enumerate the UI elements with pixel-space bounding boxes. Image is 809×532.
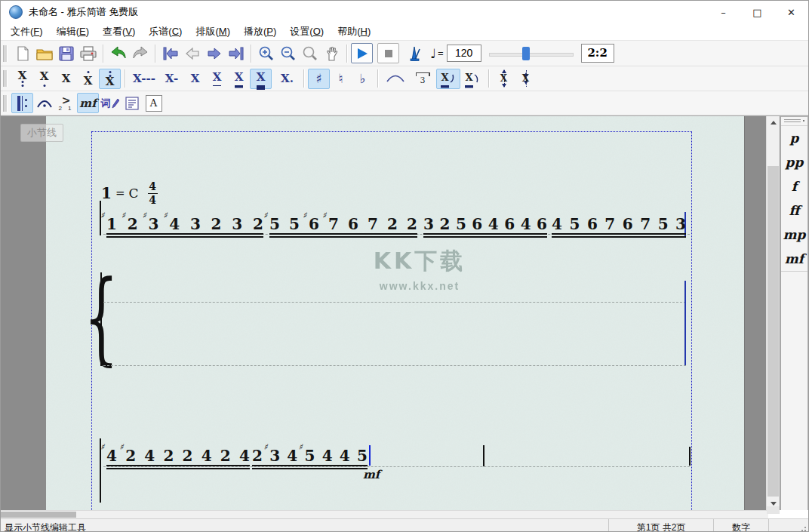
note[interactable]: 6	[537, 217, 547, 232]
note[interactable]: 5	[456, 217, 466, 232]
note[interactable]: ♯1	[106, 217, 117, 232]
scroll-up-arrow[interactable]	[767, 116, 780, 129]
note[interactable]: ♯4	[169, 217, 180, 232]
note[interactable]: 5	[658, 217, 669, 232]
natural-button[interactable]: ♮	[330, 69, 352, 89]
barline-mid-line2[interactable]	[483, 445, 484, 466]
note[interactable]: 7	[640, 217, 651, 232]
text-block-button[interactable]	[121, 93, 143, 113]
note[interactable]: 4	[521, 217, 531, 232]
note[interactable]: 5	[357, 448, 368, 463]
horizontal-scrollbar[interactable]	[1, 510, 768, 518]
note[interactable]: 4	[144, 448, 155, 463]
quarter-note-button[interactable]: X	[184, 69, 206, 89]
note[interactable]: 3	[190, 217, 201, 232]
sharp-button[interactable]: ♯	[308, 69, 330, 89]
key-signature[interactable]: 1 = C 4 4	[101, 181, 158, 206]
note[interactable]: 4	[322, 448, 333, 463]
note[interactable]: 6	[472, 217, 482, 232]
note[interactable]: 2	[220, 448, 231, 463]
whole-note-button[interactable]: X---	[129, 69, 159, 89]
play-button[interactable]	[351, 43, 373, 63]
menu-layout[interactable]: 排版(M)	[189, 23, 237, 40]
menu-edit[interactable]: 编辑(E)	[50, 23, 96, 40]
dynamics-button[interactable]: mf	[77, 93, 99, 113]
measure[interactable]: ♯4♯2422424	[106, 447, 250, 463]
octave-down-2-button[interactable]: X	[11, 69, 33, 89]
toolbar-grip[interactable]	[3, 95, 8, 112]
menu-score[interactable]: 乐谱(C)	[142, 23, 189, 40]
note[interactable]: 4	[340, 448, 350, 463]
note[interactable]: ♯5	[269, 217, 280, 232]
horizontal-scroll-thumb[interactable]	[1, 512, 76, 518]
vertical-scrollbar[interactable]	[766, 116, 780, 510]
dynamic-p-button[interactable]: p	[781, 126, 807, 150]
score-canvas[interactable]: 1 = C 4 4 { KK下载 www.kkx.net m	[1, 115, 808, 510]
dynamic-ff-button[interactable]: ff	[781, 198, 807, 223]
slur-button[interactable]	[382, 69, 409, 89]
triplet-button[interactable]: 3	[409, 69, 436, 89]
barline-end-line2[interactable]	[689, 447, 691, 466]
dynamic-mp-button[interactable]: mp	[781, 223, 807, 247]
measure[interactable]: ♯1♯2♯3♯43232	[106, 215, 263, 232]
note[interactable]: 6	[348, 217, 358, 232]
save-button[interactable]	[55, 43, 77, 63]
glissando-up-button[interactable]: X	[515, 69, 537, 89]
note[interactable]: 2	[439, 217, 450, 232]
resize-grip[interactable]	[768, 519, 808, 532]
toolbar-grip[interactable]	[3, 45, 8, 62]
open-button[interactable]	[33, 43, 55, 63]
note[interactable]: 7	[368, 217, 378, 232]
note[interactable]: 6	[504, 217, 515, 232]
dynamic-f-button[interactable]: f	[781, 174, 807, 198]
note[interactable]: 4	[488, 217, 499, 232]
metronome-button[interactable]	[404, 43, 426, 63]
dotted-note-button[interactable]: X.	[275, 69, 300, 89]
crescendo-button[interactable]: > 2 1	[55, 93, 77, 113]
note[interactable]: 2	[211, 217, 222, 232]
toolbar-grip[interactable]	[3, 70, 8, 87]
sixteenth-note-button[interactable]: X	[228, 69, 250, 89]
stop-button[interactable]	[377, 43, 399, 63]
half-note-button[interactable]: X-	[159, 69, 184, 89]
note[interactable]: ♯6	[309, 217, 319, 232]
octave-down-1-button[interactable]: X	[33, 69, 55, 89]
font-button[interactable]: A	[143, 93, 165, 113]
menu-settings[interactable]: 设置(O)	[283, 23, 331, 40]
note[interactable]: 2	[387, 217, 398, 232]
note[interactable]: ♯7	[328, 217, 339, 232]
maximize-button[interactable]: □	[740, 1, 774, 23]
note[interactable]: ♯5	[305, 448, 315, 463]
note[interactable]: 5	[289, 217, 300, 232]
zoom-in-button[interactable]	[255, 43, 277, 63]
note[interactable]: 3	[232, 217, 242, 232]
flat-button[interactable]: ♭	[352, 69, 374, 89]
undo-button[interactable]	[107, 43, 129, 63]
tempo-slider[interactable]	[489, 46, 574, 61]
menu-file[interactable]: 文件(F)	[4, 23, 50, 40]
note[interactable]: ♯2	[128, 217, 138, 232]
note[interactable]: ♯2	[125, 448, 136, 463]
fermata-button[interactable]	[33, 93, 55, 113]
glissando-down-button[interactable]: X	[493, 69, 515, 89]
lyrics-button[interactable]: 词	[99, 93, 121, 113]
measure[interactable]: ♯55♯6♯76722	[269, 215, 417, 232]
measure[interactable]: 2♯34♯5445	[252, 447, 368, 463]
grace-note-before-button[interactable]: X	[436, 69, 460, 89]
measure[interactable]: 32564646	[423, 215, 547, 232]
grace-note-after-button[interactable]: X	[460, 69, 484, 89]
new-button[interactable]	[11, 43, 33, 63]
slider-thumb[interactable]	[522, 47, 530, 60]
note[interactable]: 2	[253, 217, 263, 232]
dynamic-mf-button[interactable]: mf	[781, 247, 807, 271]
tempo-input[interactable]: 120	[447, 45, 481, 62]
score-page[interactable]: 1 = C 4 4 { KK下载 www.kkx.net m	[46, 116, 745, 510]
thirtysecond-note-button[interactable]: X	[250, 69, 272, 89]
note[interactable]: 2	[163, 448, 174, 463]
minimize-button[interactable]: –	[706, 1, 740, 23]
note[interactable]: 2	[183, 448, 193, 463]
note[interactable]: 3	[423, 217, 434, 232]
pan-button[interactable]	[321, 43, 343, 63]
measure[interactable]: 45676753	[552, 215, 686, 232]
note[interactable]: 4	[552, 217, 562, 232]
